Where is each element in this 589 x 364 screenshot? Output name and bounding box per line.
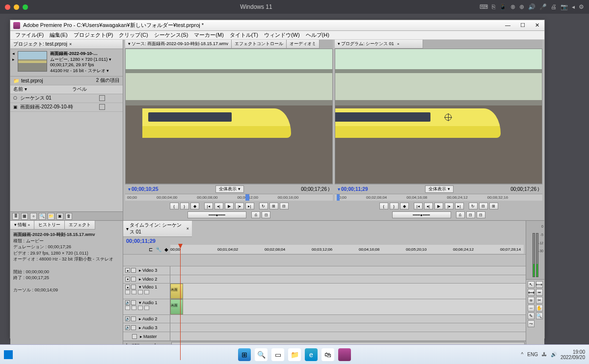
premiere-taskbar-button[interactable]: [338, 348, 351, 361]
effect-controls-tab[interactable]: エフェクトコントロール: [232, 40, 287, 49]
store-button[interactable]: 🛍: [321, 348, 334, 361]
eye-icon[interactable]: ●: [125, 268, 130, 273]
source-ruler[interactable]: 00;00 00;00;04;00 00;00;08;00 00;00;12;0…: [125, 194, 333, 201]
vm-icon[interactable]: ◂: [572, 3, 575, 10]
speaker-icon[interactable]: 🔊: [125, 300, 130, 305]
program-playhead[interactable]: [337, 194, 340, 201]
source-playhead[interactable]: [245, 194, 249, 201]
go-in-button[interactable]: |◂: [414, 203, 423, 209]
rate-tool[interactable]: ⟚: [528, 297, 535, 304]
tab-effects[interactable]: エフェクト: [65, 221, 95, 230]
track-opt[interactable]: [132, 290, 136, 294]
app-titlebar[interactable]: Adobe Premiere Pro - C:¥Users¥awagakan¥新…: [10, 20, 544, 31]
start-button[interactable]: ⊞: [238, 348, 251, 361]
new-bin-icon[interactable]: 📁: [48, 213, 54, 220]
bin-item-sequence[interactable]: ⎔ シーケンス 01: [10, 94, 123, 103]
vm-icon[interactable]: ⊗: [510, 3, 515, 10]
menu-window[interactable]: ウィンドウ(W): [262, 31, 302, 39]
marker-icon[interactable]: ◆: [164, 247, 168, 252]
loop-button[interactable]: ↻: [259, 203, 268, 209]
tray-language[interactable]: ENG: [527, 352, 538, 357]
go-out-button[interactable]: ▸|: [245, 203, 254, 209]
menu-file[interactable]: ファイル(F): [13, 31, 46, 39]
shuttle-slider[interactable]: ━━━●━━━: [392, 211, 451, 218]
project-tab[interactable]: プロジェクト: test.prproj ×: [10, 40, 123, 49]
clip-thumbnail[interactable]: [18, 51, 47, 72]
lock-icon[interactable]: [131, 325, 136, 330]
tab-history[interactable]: ヒストリー: [34, 221, 65, 230]
vm-maximize-button[interactable]: [23, 4, 28, 10]
new-item-icon[interactable]: ▣: [56, 213, 63, 220]
speaker-icon[interactable]: 🔊: [125, 325, 130, 330]
menu-sequence[interactable]: シーケンス(S): [152, 31, 190, 39]
slide-tool[interactable]: ⤳: [528, 320, 535, 327]
track-opt[interactable]: [144, 306, 149, 310]
zoom-tool[interactable]: 🔍: [536, 312, 543, 319]
vm-minimize-button[interactable]: [14, 4, 19, 10]
menu-project[interactable]: プロジェクト(P): [72, 31, 115, 39]
btn[interactable]: ⊡: [477, 211, 485, 218]
lock-icon[interactable]: [131, 316, 136, 321]
step-back-button[interactable]: ◂|: [214, 203, 223, 209]
bin-header[interactable]: 名前 ▾ ラベル: [10, 85, 123, 94]
vm-icon[interactable]: ⚙: [579, 3, 584, 10]
audio-mixer-tab[interactable]: オーディオミ: [287, 40, 320, 49]
insert-button[interactable]: ⊞: [269, 203, 278, 209]
vm-close-button[interactable]: [5, 4, 10, 10]
column-name[interactable]: 名前 ▾: [13, 86, 72, 93]
eye-icon[interactable]: ●: [125, 277, 130, 282]
track-audio3[interactable]: 🔊▸Audio 3: [123, 323, 526, 332]
marker-icon[interactable]: ▾: [128, 186, 131, 192]
tab-info[interactable]: ▾情報 ×: [10, 221, 34, 230]
slip-tool[interactable]: ↔: [528, 305, 535, 312]
label-swatch[interactable]: [99, 95, 105, 101]
widgets-button[interactable]: [4, 350, 13, 359]
step-fwd-button[interactable]: |▸: [445, 203, 454, 209]
wrench-icon[interactable]: 🔧: [156, 247, 161, 252]
source-fit-dropdown[interactable]: 全体表示 ▾: [215, 185, 244, 193]
track-video3[interactable]: ●▸Video 3: [123, 266, 526, 275]
program-current-time[interactable]: 00;00;11;29: [341, 186, 368, 192]
eye-icon[interactable]: ●: [125, 285, 130, 289]
lock-icon[interactable]: [131, 300, 136, 305]
vm-icon[interactable]: 🖨: [551, 3, 557, 10]
menu-title[interactable]: タイトル(T): [228, 31, 260, 39]
razor-tool[interactable]: ✂: [536, 297, 543, 304]
hand-tool[interactable]: ✋: [536, 305, 543, 312]
marker-button[interactable]: ◆: [400, 203, 409, 209]
track-opt[interactable]: [144, 290, 149, 294]
track-select-tool[interactable]: ⟼: [536, 281, 543, 288]
explorer-button[interactable]: 📁: [288, 348, 301, 361]
btn[interactable]: ⊡: [262, 211, 270, 218]
selection-tool[interactable]: ↖: [528, 281, 535, 288]
track-audio2[interactable]: 🔊▸Audio 2: [123, 315, 526, 324]
track-opt[interactable]: [125, 290, 130, 294]
tray-clock[interactable]: 19:00 2022/09/20: [561, 349, 585, 360]
in-point-button[interactable]: {: [170, 203, 179, 209]
step-fwd-button[interactable]: |▸: [235, 203, 244, 209]
close-icon[interactable]: ×: [69, 42, 72, 47]
track-opt[interactable]: [138, 290, 143, 294]
source-tab[interactable]: ▾ソース: 画面録画-2022-09-10-時刻-18.15.17.wmv: [125, 40, 232, 49]
timeline-tab[interactable]: ▾ タイムライン: シーケンス 01 ×: [123, 221, 192, 237]
program-fit-dropdown[interactable]: 全体表示 ▾: [425, 185, 454, 193]
lock-icon[interactable]: [131, 277, 136, 282]
menu-edit[interactable]: 編集(E): [48, 31, 70, 39]
play-clip-icon[interactable]: ▸: [12, 57, 15, 62]
out-point-button[interactable]: }: [390, 203, 399, 209]
timeline-current-time[interactable]: 00;00;11;29: [123, 237, 169, 245]
program-view[interactable]: [335, 49, 542, 184]
source-view[interactable]: [125, 49, 333, 184]
vm-icon[interactable]: 🎤: [539, 3, 547, 10]
vm-icon[interactable]: ⎘: [492, 3, 495, 10]
search-button[interactable]: 🔍: [255, 348, 268, 361]
edge-button[interactable]: e: [305, 348, 318, 361]
track-opt[interactable]: [138, 306, 143, 310]
speaker-icon[interactable]: 🔊: [125, 316, 130, 321]
vm-icon[interactable]: ⊕: [519, 3, 524, 10]
play-button[interactable]: ▶: [225, 203, 234, 209]
loop-button[interactable]: ↻: [469, 203, 478, 209]
track-opt[interactable]: [125, 306, 130, 310]
pen-tool[interactable]: ✎: [528, 312, 535, 319]
track-opt[interactable]: [132, 306, 136, 310]
